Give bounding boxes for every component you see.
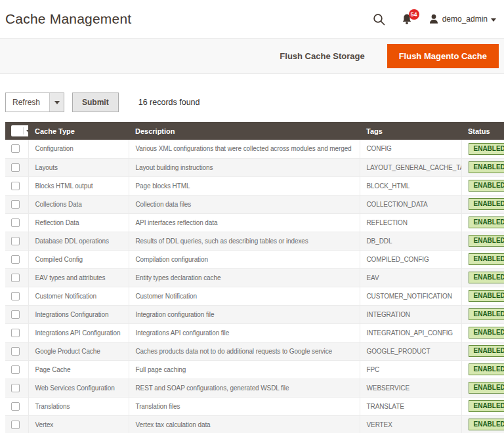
row-checkbox[interactable]	[11, 255, 20, 264]
row-checkbox-cell	[5, 268, 28, 287]
description-cell: Full page caching	[129, 360, 360, 379]
column-header-description[interactable]: Description	[129, 122, 360, 140]
status-cell: ENABLED	[461, 250, 504, 268]
table-row: VertexVertex tax calculation dataVERTEXE…	[5, 415, 504, 433]
table-row: Blocks HTML outputPage blocks HTMLBLOCK_…	[5, 176, 504, 195]
row-checkbox-cell	[5, 323, 28, 342]
table-row: Compiled ConfigCompilation configuration…	[5, 250, 504, 268]
row-checkbox-cell	[5, 213, 28, 232]
status-badge: ENABLED	[469, 290, 504, 302]
status-badge: ENABLED	[469, 143, 504, 155]
status-cell: ENABLED	[461, 397, 504, 415]
row-checkbox[interactable]	[11, 274, 20, 282]
row-checkbox[interactable]	[11, 144, 20, 153]
cache-type-cell: Integrations API Configuration	[28, 323, 129, 342]
status-badge: ENABLED	[469, 253, 504, 265]
cache-type-cell: Translations	[28, 397, 129, 415]
row-checkbox[interactable]	[11, 218, 20, 227]
row-checkbox[interactable]	[11, 292, 20, 300]
row-checkbox[interactable]	[11, 310, 20, 319]
grid-actions-row: Refresh Submit 16 records found	[5, 93, 499, 112]
table-row: TranslationsTranslation filesTRANSLATEEN…	[5, 397, 504, 415]
notifications-bell-icon[interactable]: 54	[401, 13, 413, 26]
select-all-arrow-icon[interactable]	[23, 127, 33, 134]
status-badge: ENABLED	[469, 235, 504, 247]
status-badge: ENABLED	[469, 382, 504, 394]
status-cell: ENABLED	[461, 195, 504, 213]
select-all-header-cell	[5, 122, 28, 140]
cache-type-cell: Page Cache	[28, 360, 129, 379]
status-badge: ENABLED	[469, 419, 504, 430]
description-cell: Collection data files	[129, 195, 360, 213]
mass-action-select[interactable]: Refresh	[5, 93, 64, 112]
row-checkbox-cell	[5, 195, 28, 213]
row-checkbox-cell	[5, 415, 28, 433]
row-checkbox[interactable]	[11, 402, 20, 411]
tags-cell: REFLECTION	[360, 213, 461, 232]
select-dropdown-arrow[interactable]	[49, 93, 64, 112]
flush-magento-cache-button[interactable]: Flush Magento Cache	[387, 44, 499, 68]
status-cell: ENABLED	[461, 140, 504, 158]
tags-cell: EAV	[360, 268, 461, 287]
cache-type-cell: Configuration	[28, 140, 129, 158]
column-header-status[interactable]: Status	[461, 122, 504, 140]
status-cell: ENABLED	[461, 379, 504, 397]
cache-grid: Cache Type Description Tags Status Confi…	[5, 122, 504, 433]
tags-cell: CUSTOMER_NOTIFICATION	[360, 287, 461, 305]
column-header-cache-type[interactable]: Cache Type	[28, 122, 129, 140]
cache-type-cell: Compiled Config	[28, 250, 129, 268]
select-all-checkbox[interactable]	[11, 125, 23, 136]
row-checkbox[interactable]	[11, 421, 20, 429]
search-icon[interactable]	[373, 13, 385, 26]
row-checkbox[interactable]	[11, 329, 20, 337]
row-checkbox[interactable]	[11, 365, 20, 374]
row-checkbox-cell	[5, 360, 28, 379]
description-cell: Vertex tax calculation data	[129, 415, 360, 433]
table-row: Collections DataCollection data filesCOL…	[5, 195, 504, 213]
row-checkbox[interactable]	[11, 237, 20, 245]
cache-type-cell: Reflection Data	[28, 213, 129, 232]
description-cell: REST and SOAP configurations, generated …	[129, 379, 360, 397]
table-row: Integrations API ConfigurationIntegratio…	[5, 323, 504, 342]
header-actions: 54 demo_admin	[373, 13, 496, 26]
description-cell: Page blocks HTML	[129, 176, 360, 195]
cache-type-cell: Integrations Configuration	[28, 305, 129, 323]
status-cell: ENABLED	[461, 305, 504, 323]
user-icon	[429, 14, 439, 24]
submit-button[interactable]: Submit	[72, 93, 119, 112]
table-row: Database DDL operationsResults of DDL qu…	[5, 232, 504, 250]
description-cell: Entity types declaration cache	[129, 268, 360, 287]
row-checkbox[interactable]	[11, 163, 20, 172]
flush-cache-storage-button[interactable]: Flush Cache Storage	[270, 45, 373, 68]
user-name-label: demo_admin	[442, 14, 488, 24]
row-checkbox[interactable]	[11, 384, 20, 392]
status-cell: ENABLED	[461, 415, 504, 433]
row-checkbox[interactable]	[11, 347, 20, 356]
records-found-label: 16 records found	[138, 98, 200, 107]
tags-cell: DB_DDL	[360, 232, 461, 250]
tags-cell: COMPILED_CONFIG	[360, 250, 461, 268]
cache-type-cell: Database DDL operations	[28, 232, 129, 250]
chevron-down-icon	[491, 18, 496, 22]
admin-user-menu[interactable]: demo_admin	[429, 14, 496, 24]
row-checkbox-cell	[5, 158, 28, 176]
table-row: Page CacheFull page cachingFPCENABLED	[5, 360, 504, 379]
row-checkbox-cell	[5, 176, 28, 195]
status-badge: ENABLED	[469, 198, 504, 210]
status-badge: ENABLED	[469, 363, 504, 375]
row-checkbox[interactable]	[11, 200, 20, 209]
tags-cell: CONFIG	[360, 140, 461, 158]
table-row: ConfigurationVarious XML configurations …	[5, 140, 504, 158]
status-badge: ENABLED	[469, 180, 504, 192]
tags-cell: BLOCK_HTML	[360, 176, 461, 195]
status-badge: ENABLED	[469, 345, 504, 357]
status-cell: ENABLED	[461, 268, 504, 287]
flush-toolbar: Flush Cache Storage Flush Magento Cache	[0, 38, 504, 74]
status-badge: ENABLED	[469, 161, 504, 173]
status-cell: ENABLED	[461, 158, 504, 176]
status-badge: ENABLED	[469, 327, 504, 339]
table-header-row: Cache Type Description Tags Status	[5, 122, 504, 140]
column-header-tags[interactable]: Tags	[360, 122, 461, 140]
status-cell: ENABLED	[461, 287, 504, 305]
row-checkbox[interactable]	[11, 182, 20, 190]
